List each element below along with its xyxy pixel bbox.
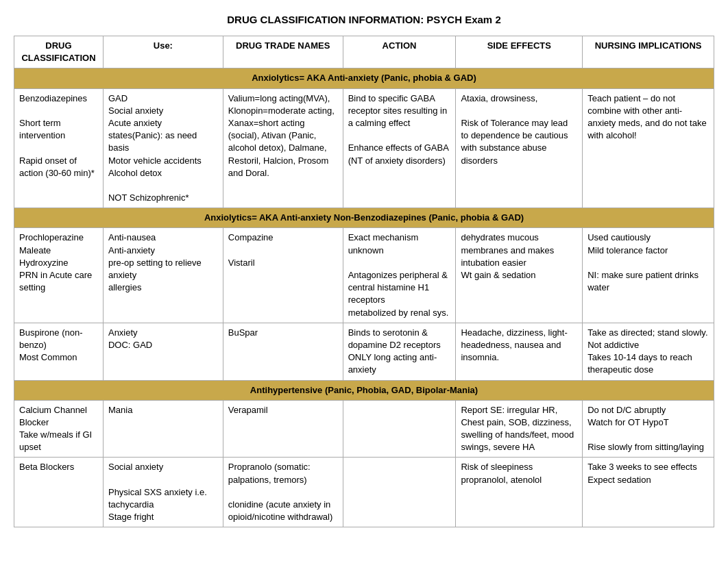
use-beta: Social anxietyPhysical SXS anxiety i.e. … [103,458,223,527]
drug-proc: Prochloperazine MaleateHydroxyzinePRN in… [14,228,104,323]
nursing-beta: Take 3 weeks to see effectsExpect sedati… [583,458,714,527]
section-header-nonbenzo: Anxiolytics= AKA Anti-anxiety Non-Benzod… [14,208,714,228]
nursing-bus: Take as directed; stand slowly.Not addic… [583,323,714,380]
action-beta [343,458,456,527]
trade-benzo: Valium=long acting(MVA), Klonopin=modera… [223,88,343,208]
header-drug: DRUG CLASSIFICATION [14,36,104,68]
side-proc: dehydrates mucous membranes and makes in… [456,228,583,323]
drug-bus: Buspirone (non-benzo)Most Common [14,323,104,380]
use-benzo: GADSocial anxietyAcute anxiety states(Pa… [103,88,223,208]
side-benzo: Ataxia, drowsiness,Risk of Tolerance may… [456,88,583,208]
trade-proc: CompazineVistaril [223,228,343,323]
header-side: SIDE EFFECTS [456,36,583,68]
drug-calc: Calcium Channel BlockerTake w/meals if G… [14,400,104,458]
trade-bus: BuSpar [223,323,343,380]
side-calc: Report SE: irregular HR, Chest pain, SOB… [456,400,583,458]
use-proc: Anti-nauseaAnti-anxietypre-op setting to… [103,228,223,323]
header-use: Use: [103,36,223,68]
drug-table: DRUG CLASSIFICATION Use: DRUG TRADE NAME… [14,36,714,527]
nursing-benzo: Teach patient – do not combine with othe… [583,88,714,208]
use-calc: Mania [103,400,223,458]
action-bus: Binds to serotonin & dopamine D2 recepto… [343,323,456,380]
section-header-antihyp: Antihypertensive (Panic, Phobia, GAD, Bi… [14,380,714,400]
drug-beta: Beta Blockers [14,458,104,527]
action-calc [343,400,456,458]
nursing-calc: Do not D/C abruptlyWatch for OT HypoTRis… [583,400,714,458]
side-beta: Risk of sleepinesspropranolol, atenolol [456,458,583,527]
header-nursing: NURSING IMPLICATIONS [583,36,714,68]
trade-calc: Verapamil [223,400,343,458]
trade-beta: Propranolo (somatic: palpations, tremors… [223,458,343,527]
header-action: ACTION [343,36,456,68]
use-bus: AnxietyDOC: GAD [103,323,223,380]
action-benzo: Bind to specific GABA receptor sites res… [343,88,456,208]
header-trade: DRUG TRADE NAMES [223,36,343,68]
page-title: DRUG CLASSIFICATION INFORMATION: PSYCH E… [0,0,728,36]
section-header-benzo: Anxiolytics= AKA Anti-anxiety (Panic, ph… [14,68,714,88]
action-proc: Exact mechanism unknownAntagonizes perip… [343,228,456,323]
drug-benzo: BenzodiazepinesShort term interventionRa… [14,88,104,208]
nursing-proc: Used cautiouslyMild tolerance factorNI: … [583,228,714,323]
side-bus: Headache, dizziness, light-headedness, n… [456,323,583,380]
